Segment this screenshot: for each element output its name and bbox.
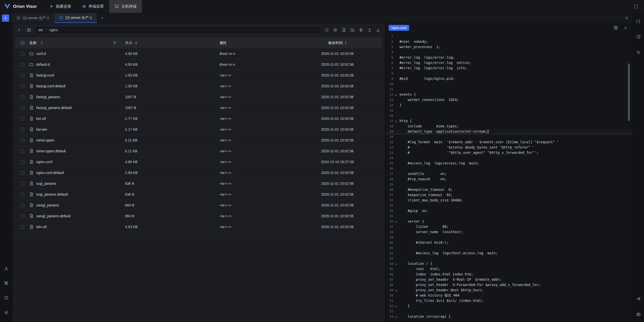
fold-chevron-icon[interactable]	[393, 171, 399, 176]
file-row[interactable]: scgi_params 636 B -rw-r--r-- 2020-11-01 …	[16, 178, 382, 189]
fold-chevron-icon[interactable]	[393, 150, 399, 155]
fold-chevron-icon[interactable]	[393, 65, 399, 71]
fold-chevron-icon[interactable]	[393, 87, 399, 92]
filter-funnel-icon[interactable]	[113, 41, 116, 45]
code-line[interactable]: 7 #error_log logs/error.log info;	[386, 65, 632, 71]
file-name[interactable]: uwsgi_params.default	[36, 214, 70, 218]
code-line[interactable]: 28 #tcp_nopush on;	[386, 176, 632, 182]
fold-chevron-icon[interactable]	[393, 155, 399, 161]
fold-chevron-icon[interactable]	[393, 298, 399, 303]
code-line[interactable]: 30 #keepalive_timeout 0;	[386, 187, 632, 192]
file-row[interactable]: koi-win 2.17 KB -rw-r--r-- 2020-11-01 10…	[16, 124, 382, 135]
breadcrumb-segment[interactable]: nginx	[49, 28, 58, 32]
fold-chevron-icon[interactable]	[393, 60, 399, 65]
new-terminal-button[interactable]	[2, 15, 9, 22]
fold-chevron-icon[interactable]	[393, 293, 399, 298]
terminal-tab-1[interactable]: (1) server-生产-1	[12, 13, 54, 23]
download-icon[interactable]	[374, 26, 382, 34]
code-line[interactable]: 39	[386, 235, 632, 240]
file-row[interactable]: fastcgi.conf.default 1.05 KB -rw-r--r-- …	[16, 81, 382, 92]
code-line[interactable]: 38 server_name localhost;	[386, 229, 632, 235]
code-line[interactable]: 35	[386, 213, 632, 219]
delete-icon[interactable]	[357, 26, 365, 34]
code-line[interactable]: 18 include mime.types;	[386, 124, 632, 129]
code-line[interactable]: 15	[386, 108, 632, 113]
close-panel-icon[interactable]	[621, 13, 632, 23]
new-folder-icon[interactable]	[349, 26, 356, 34]
fold-chevron-icon[interactable]	[393, 203, 399, 208]
send-command-icon[interactable]	[634, 295, 642, 303]
open-file-badge[interactable]: nginx.conf	[389, 25, 409, 31]
menu-new-connection[interactable]: 新建连接	[44, 0, 76, 13]
fold-chevron-icon[interactable]	[393, 240, 399, 245]
fold-chevron-icon[interactable]	[393, 245, 399, 251]
fold-chevron-icon[interactable]	[393, 50, 399, 55]
code-line[interactable]: 5 #error_log logs/error.log;	[386, 55, 632, 60]
code-line[interactable]: 44 location / {	[386, 261, 632, 266]
code-line[interactable]: 3 worker_processes 1;	[386, 44, 632, 50]
code-line[interactable]: 42 #access_log logs/host.access.log main…	[386, 251, 632, 256]
code-line[interactable]: 54 location /orion/api {	[386, 314, 632, 319]
file-name[interactable]: win-utf	[36, 225, 47, 229]
fold-chevron-icon[interactable]	[393, 314, 399, 319]
code-line[interactable]: 52 }	[386, 303, 632, 309]
file-row[interactable]: koi-utf 2.77 KB -rw-r--r-- 2020-11-01 10…	[16, 113, 382, 124]
code-line[interactable]: 12 events {	[386, 92, 632, 97]
row-checkbox[interactable]	[21, 128, 24, 131]
file-row[interactable]: nginx.conf.default 2.59 KB -rw-r--r-- 20…	[16, 167, 382, 178]
fold-chevron-icon[interactable]	[393, 277, 399, 282]
breadcrumb-segment[interactable]: etc	[38, 28, 43, 32]
fold-chevron-icon[interactable]	[393, 71, 399, 76]
row-checkbox[interactable]	[21, 171, 24, 175]
fold-chevron-icon[interactable]	[393, 303, 399, 309]
fold-chevron-icon[interactable]	[393, 102, 399, 108]
fold-chevron-icon[interactable]	[393, 198, 399, 203]
fold-chevron-icon[interactable]	[393, 309, 399, 314]
braces-variables-icon[interactable]: {}	[634, 17, 642, 25]
upload-icon[interactable]	[366, 26, 373, 34]
fold-chevron-icon[interactable]	[393, 166, 399, 171]
code-line[interactable]: 45 root html;	[386, 266, 632, 272]
code-line[interactable]: 40 #charset koi8-r;	[386, 240, 632, 245]
fold-chevron-icon[interactable]	[393, 139, 399, 145]
save-icon[interactable]	[612, 24, 620, 32]
code-editor[interactable]: 1 2 #user nobody; 3 worker_processes 1; …	[386, 32, 632, 322]
row-checkbox[interactable]	[21, 203, 24, 207]
select-all-checkbox[interactable]	[21, 41, 24, 45]
code-line[interactable]: 14 }	[386, 102, 632, 108]
fold-chevron-icon[interactable]	[393, 266, 399, 272]
row-checkbox[interactable]	[21, 160, 24, 164]
code-line[interactable]: 17 http {	[386, 118, 632, 124]
swap-vertical-icon[interactable]	[634, 48, 642, 56]
fold-chevron-icon[interactable]	[393, 224, 399, 229]
fold-chevron-icon[interactable]	[393, 219, 399, 224]
code-line[interactable]: 34 #gzip on;	[386, 208, 632, 213]
back-button[interactable]	[16, 26, 23, 34]
file-name[interactable]: koi-win	[36, 127, 47, 131]
fold-chevron-icon[interactable]	[393, 55, 399, 60]
code-line[interactable]: 11	[386, 87, 632, 92]
code-line[interactable]: 21 #log_format main '$remote_addr - $rem…	[386, 139, 632, 145]
fold-chevron-icon[interactable]	[393, 229, 399, 235]
file-name[interactable]: fastcgi.conf.default	[36, 84, 66, 88]
editor-scrollbar[interactable]	[628, 63, 630, 121]
fold-chevron-icon[interactable]	[393, 261, 399, 266]
row-checkbox[interactable]	[21, 193, 24, 196]
code-line[interactable]: 26	[386, 166, 632, 171]
show-hidden-eye-icon[interactable]	[332, 26, 339, 34]
file-name[interactable]: uwsgi_params	[36, 203, 59, 207]
code-line[interactable]: 43	[386, 256, 632, 261]
file-row[interactable]: win-utf 3.53 KB -rw-r--r-- 2020-11-01 10…	[16, 222, 382, 232]
column-mtime-header[interactable]: 修改时间	[328, 41, 343, 45]
file-name[interactable]: mime.types	[36, 138, 54, 142]
file-name[interactable]: koi-utf	[36, 117, 46, 121]
code-line[interactable]: 16	[386, 113, 632, 118]
row-checkbox[interactable]	[21, 95, 24, 99]
settings-gear-icon[interactable]	[2, 308, 10, 316]
code-line[interactable]: 10	[386, 81, 632, 87]
fold-chevron-icon[interactable]	[393, 34, 399, 39]
file-row[interactable]: mime.types 5.11 KB -rw-r--r-- 2020-11-01…	[16, 135, 382, 146]
file-row[interactable]: fastcgi.conf 1.05 KB -rw-r--r-- 2020-11-…	[16, 70, 382, 81]
fold-chevron-icon[interactable]	[393, 108, 399, 113]
code-line[interactable]: 1	[386, 34, 632, 39]
